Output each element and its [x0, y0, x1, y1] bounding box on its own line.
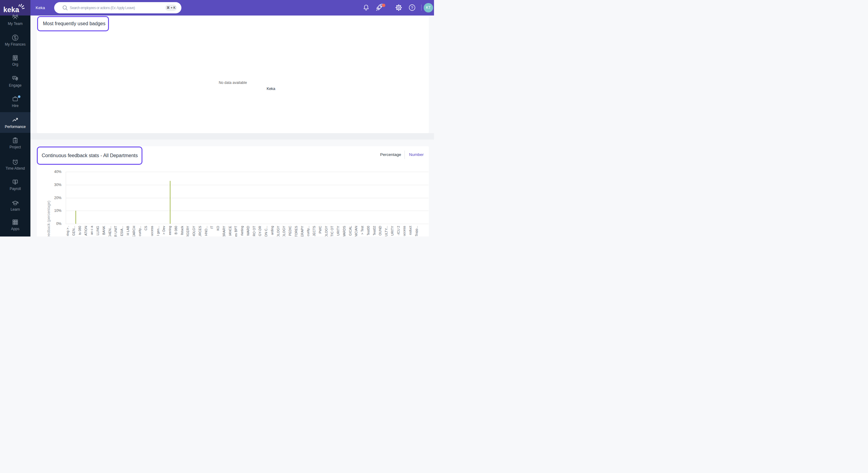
svg-text:?: ?	[411, 5, 413, 10]
